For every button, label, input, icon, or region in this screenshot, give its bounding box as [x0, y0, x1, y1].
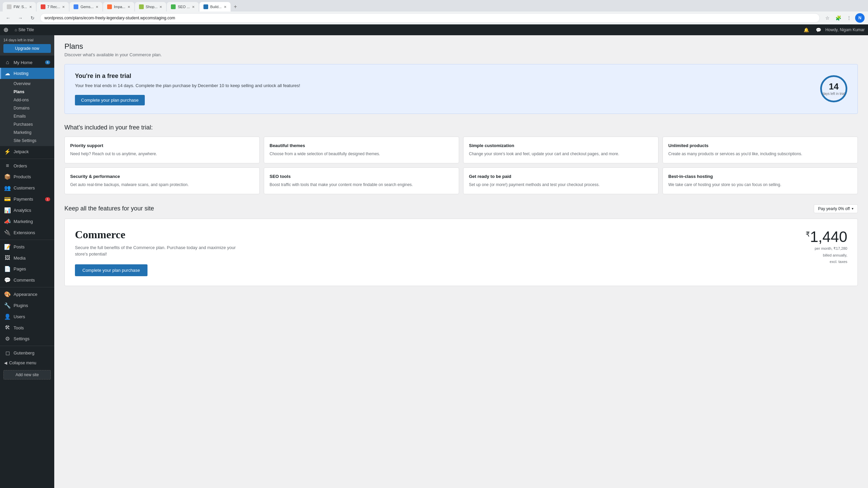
trial-days-text: 14 days left in trial: [3, 38, 51, 42]
sidebar-subitem-plans[interactable]: Plans: [0, 88, 54, 96]
main-content: Plans Discover what's available in your …: [54, 35, 868, 488]
admin-bar-user[interactable]: Howdy, Nigam Kumar: [825, 27, 865, 32]
tab-close-icon[interactable]: ✕: [159, 5, 162, 9]
sidebar-subitem-domains[interactable]: Domains: [0, 104, 54, 112]
sidebar-subitem-emails[interactable]: Emails: [0, 112, 54, 120]
sidebar-item-appearance[interactable]: 🎨 Appearance: [0, 289, 54, 300]
feature-card-simple-customization: Simple customization Change your store's…: [463, 137, 658, 163]
sidebar-item-orders[interactable]: ≡ Orders: [0, 160, 54, 171]
back-button[interactable]: ←: [3, 13, 13, 23]
plugins-icon: 🔧: [4, 302, 11, 309]
sidebar-item-plugins[interactable]: 🔧 Plugins: [0, 300, 54, 311]
analytics-icon: 📊: [4, 207, 11, 214]
sidebar-item-label: Payments: [14, 197, 33, 202]
feature-title: Get ready to be paid: [469, 174, 653, 179]
tab-close-icon[interactable]: ✕: [62, 5, 65, 9]
payments-icon: 💳: [4, 196, 11, 202]
forward-button[interactable]: →: [16, 13, 25, 23]
feature-card-get-paid: Get ready to be paid Set up one (or more…: [463, 167, 658, 194]
feature-title: Simple customization: [469, 143, 653, 148]
sidebar-item-tools[interactable]: 🛠 Tools: [0, 322, 54, 333]
sidebar-item-gutenberg[interactable]: ◻ Gutenberg: [0, 347, 54, 359]
feature-title: Security & performance: [70, 174, 254, 179]
new-tab-button[interactable]: +: [231, 2, 240, 12]
billing-toggle[interactable]: Pay yearly 0% off ▾: [814, 204, 858, 213]
extensions-icon[interactable]: 🧩: [833, 13, 843, 23]
feature-desc: Change your store's look and feel, updat…: [469, 151, 653, 157]
browser-tab[interactable]: FW: S... ✕: [3, 2, 36, 12]
sidebar-item-label: Media: [14, 256, 25, 261]
tab-close-icon[interactable]: ✕: [127, 5, 130, 9]
admin-bar-comments[interactable]: 💬: [813, 27, 824, 33]
sidebar-item-analytics[interactable]: 📊 Analytics: [0, 205, 54, 216]
sidebar-subitem-purchases[interactable]: Purchases: [0, 120, 54, 128]
browser-tab[interactable]: Impa... ✕: [103, 2, 134, 12]
hosting-submenu: Overview Plans Add-ons Domains Emails Pu…: [0, 79, 54, 146]
sidebar-subitem-marketing[interactable]: Marketing: [0, 128, 54, 137]
feature-title: Priority support: [70, 143, 254, 148]
sidebar-item-products[interactable]: 📦 Products: [0, 171, 54, 182]
sidebar-item-payments[interactable]: 💳 Payments 1: [0, 194, 54, 205]
admin-bar-site-title[interactable]: ⌂ Site Title: [13, 24, 36, 35]
tab-title: Impa...: [114, 5, 125, 9]
pricing-per-month: per month, ₹17,280: [806, 245, 847, 252]
add-new-site-button[interactable]: Add new site: [3, 370, 51, 380]
browser-tab[interactable]: 7 Rec... ✕: [37, 2, 69, 12]
sidebar-item-hosting[interactable]: ☁ Hosting: [0, 68, 54, 79]
sidebar-item-pages[interactable]: 📄 Pages: [0, 263, 54, 274]
sidebar-item-label: Extensions: [14, 230, 35, 235]
bookmark-icon[interactable]: ☆: [823, 13, 832, 23]
sidebar-item-my-home[interactable]: ⌂ My Home 6: [0, 57, 54, 68]
upgrade-now-button[interactable]: Upgrade now: [3, 44, 51, 53]
sidebar-item-marketing[interactable]: 📣 Marketing: [0, 216, 54, 227]
tab-close-icon[interactable]: ✕: [29, 5, 32, 9]
sidebar-item-posts[interactable]: 📝 Posts: [0, 241, 54, 252]
marketing-icon: 📣: [4, 218, 11, 225]
sidebar-item-label: Orders: [14, 163, 27, 168]
sidebar-separator-4: [0, 346, 54, 346]
tab-favicon: [74, 4, 78, 9]
sidebar-subitem-overview[interactable]: Overview: [0, 80, 54, 88]
menu-icon[interactable]: ⋮: [844, 13, 854, 23]
feature-desc: We take care of hosting your store so yo…: [668, 182, 852, 188]
tab-title: SEO ...: [178, 5, 190, 9]
sidebar-item-customers[interactable]: 👥 Customers: [0, 182, 54, 194]
sidebar-subitem-site-settings[interactable]: Site Settings: [0, 137, 54, 145]
sidebar-item-label: Posts: [14, 244, 25, 249]
sidebar-item-media[interactable]: 🖼 Media: [0, 252, 54, 263]
sidebar-subitem-addons[interactable]: Add-ons: [0, 96, 54, 104]
complete-purchase-button-bottom[interactable]: Complete your plan purchase: [75, 264, 147, 276]
browser-tab[interactable]: Gems... ✕: [70, 2, 102, 12]
sidebar-item-label: Pages: [14, 266, 26, 271]
browser-tab[interactable]: SEO ... ✕: [167, 2, 198, 12]
sidebar-item-extensions[interactable]: 🔌 Extensions: [0, 227, 54, 238]
pricing-amount: ₹1,440: [806, 228, 847, 245]
collapse-label: Collapse menu: [9, 361, 36, 365]
profile-button[interactable]: N: [855, 13, 865, 23]
pricing-section-title: Keep all the features for your site: [64, 205, 154, 212]
tab-title: Shop...: [146, 5, 158, 9]
reload-button[interactable]: ↻: [28, 13, 37, 23]
tab-close-icon[interactable]: ✕: [224, 5, 226, 9]
sidebar-item-label: Products: [14, 174, 31, 179]
feature-card-seo-tools: SEO tools Boost traffic with tools that …: [264, 167, 459, 194]
feature-card-unlimited-products: Unlimited products Create as many produc…: [663, 137, 858, 163]
sidebar-menu: ⌂ My Home 6 ☁ Hosting Overview Plans Add…: [0, 56, 54, 384]
tab-close-icon[interactable]: ✕: [192, 5, 195, 9]
address-bar[interactable]: wordpress.com/plans/ecom-freely-legendar…: [40, 13, 820, 23]
browser-tab-active[interactable]: Build... ✕: [199, 2, 231, 12]
complete-purchase-button-top[interactable]: Complete your plan purchase: [75, 95, 145, 105]
sidebar-item-settings[interactable]: ⚙ Settings: [0, 333, 54, 344]
browser-tab[interactable]: Shop... ✕: [135, 2, 166, 12]
sidebar-item-comments[interactable]: 💬 Comments: [0, 274, 54, 286]
admin-bar-notifications[interactable]: 🔔: [801, 27, 812, 33]
sidebar-badge: 6: [45, 60, 50, 64]
payments-badge: 1: [45, 197, 50, 201]
wp-logo[interactable]: ⊕: [3, 26, 8, 34]
sidebar-item-users[interactable]: 👤 Users: [0, 311, 54, 322]
collapse-menu-button[interactable]: ◀ Collapse menu: [0, 359, 54, 367]
tab-favicon: [171, 4, 176, 9]
sidebar-item-label: Customers: [14, 185, 35, 190]
tab-close-icon[interactable]: ✕: [96, 5, 98, 9]
sidebar-item-jetpack[interactable]: ⚡ Jetpack: [0, 146, 54, 157]
